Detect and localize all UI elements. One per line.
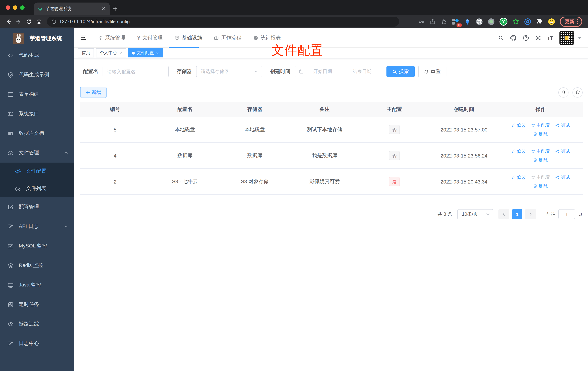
extension-gem-icon[interactable] [464,18,471,25]
nav-payment-management[interactable]: ¥ 支付管理 [137,34,163,41]
url-bar[interactable]: 127.0.0.1:1024/infra/file/file-config [47,16,399,27]
date-range-picker[interactable]: 开始日期 - 结束日期 [295,66,381,77]
cloud-upload-icon [15,186,21,192]
extension-tampermonkey-icon[interactable]: 11 [452,18,459,25]
tag-file-config[interactable]: 文件配置 [128,48,163,57]
extension-dot-icon[interactable] [488,18,495,25]
sidebar-item-log-center[interactable]: 日志中心 [0,334,74,353]
fullscreen-icon[interactable] [536,35,541,41]
tag-profile[interactable]: 个人中心 [96,48,126,57]
show-search-button[interactable] [558,87,568,97]
top-nav: 系统管理 ¥ 支付管理 基础设施 工作流程 [98,34,281,41]
master-config-button[interactable]: 主配置 [531,148,550,154]
sidebar-item-config-management[interactable]: 配置管理 [0,197,74,217]
search-icon[interactable] [498,35,504,41]
extensions-puzzle-icon[interactable] [536,18,543,25]
search-button[interactable]: 搜索 [387,66,415,77]
config-name-input[interactable] [103,66,169,77]
minimize-window-button[interactable] [13,5,17,10]
bookmark-star-icon[interactable] [441,18,447,25]
avatar-caret-icon[interactable] [578,37,581,39]
font-size-icon[interactable]: тT [547,35,553,41]
edit-button[interactable]: 修改 [511,122,526,128]
pencil-icon [511,123,516,127]
browser-tab[interactable]: 芋道管理系统 [34,2,110,15]
current-page-button[interactable]: 1 [512,209,522,219]
share-icon[interactable] [430,18,436,25]
sidebar-item-code-gen-demo[interactable]: 代码生成示例 [0,65,74,85]
page-size-select[interactable]: 10条/页 [457,209,493,219]
avatar[interactable] [559,31,574,45]
sidebar-item-mysql-monitor[interactable]: MySQL 监控 [0,236,74,256]
goto-page-input[interactable] [558,209,575,219]
test-button[interactable]: 测试 [555,122,570,128]
back-button[interactable] [4,16,14,27]
close-icon[interactable] [119,51,122,55]
sidebar-item-file-list[interactable]: 文件列表 [0,180,74,197]
display-icon [8,282,14,288]
reset-button[interactable]: 重置 [418,66,446,77]
edit-button[interactable]: 修改 [511,174,526,180]
test-button[interactable]: 测试 [555,174,570,180]
delete-button[interactable]: 删除 [533,157,548,163]
forward-button[interactable] [14,16,24,27]
tab-title: 芋道管理系统 [45,6,97,12]
prev-page-button[interactable] [498,209,509,219]
refresh-table-button[interactable] [572,87,583,97]
browser-menu-icon[interactable] [577,19,578,24]
pagination: 共 3 条 10条/页 1 [80,209,583,219]
sidebar-item-api-log[interactable]: API 日志 [0,217,74,236]
sidebar-item-system-api[interactable]: 系统接口 [0,104,74,124]
gauge-icon [253,35,258,40]
chevron-left-icon [502,212,506,216]
master-config-button[interactable]: 主配置 [531,122,550,128]
nav-system-management[interactable]: 系统管理 [98,34,125,41]
password-key-icon[interactable] [418,18,425,25]
zoom-window-button[interactable] [20,5,25,10]
home-button[interactable] [34,16,44,27]
table-tools [558,87,583,97]
delete-button[interactable]: 删除 [533,183,548,189]
sidebar-item-tracing[interactable]: 链路追踪 [0,314,74,334]
edit-button[interactable]: 修改 [511,148,526,154]
collapse-sidebar-icon[interactable] [79,33,87,42]
extension-eye-icon[interactable] [524,18,531,25]
close-window-button[interactable] [6,5,10,10]
app-logo[interactable]: 芋道管理系统 [0,31,74,45]
site-info-icon[interactable] [51,19,56,24]
toolbar-right: 11 Y 更新 [418,16,584,27]
delete-button[interactable]: 删除 [533,131,548,137]
reload-button[interactable] [24,16,34,27]
github-icon[interactable] [510,34,517,41]
sidebar-item-file-management[interactable]: 文件管理 [0,143,74,163]
sidebar-item-file-config[interactable]: 文件配置 [0,163,74,180]
sidebar-item-code-gen[interactable]: 代码生成 [0,45,74,65]
test-button[interactable]: 测试 [555,148,570,154]
sidebar-item-redis-monitor[interactable]: Redis 监控 [0,256,74,275]
extension-command-icon[interactable] [476,18,483,25]
extension-star-icon[interactable] [512,18,519,25]
storage-select[interactable]: 请选择存储器 [196,66,262,77]
app-frame: 芋道管理系统 代码生成 代码生成示例 表单构建 系统接口 数据库文档 [0,28,588,371]
extension-emoji-icon[interactable] [548,18,555,25]
sidebar-item-db-doc[interactable]: 数据库文档 [0,124,74,143]
sidebar-item-scheduled-jobs[interactable]: 定时任务 [0,295,74,314]
form-icon [8,91,14,97]
new-tab-button[interactable] [110,2,121,15]
next-page-button[interactable] [525,209,536,219]
extension-y-icon[interactable]: Y [500,18,507,25]
sidebar-item-java-monitor[interactable]: Java 监控 [0,275,74,295]
close-icon[interactable] [156,51,159,55]
nav-reports[interactable]: 统计报表 [253,34,281,41]
qr-center [565,36,569,40]
help-icon[interactable] [523,34,529,41]
tab-close-icon[interactable] [100,6,106,11]
chevron-up-icon [64,151,68,155]
nav-infrastructure[interactable]: 基础设施 [175,34,202,41]
browser-update-button[interactable]: 更新 [560,16,582,27]
master-tag: 是 [389,177,400,186]
nav-workflow[interactable]: 工作流程 [214,34,242,41]
sidebar-item-form-builder[interactable]: 表单构建 [0,85,74,104]
tag-home[interactable]: 首页 [78,48,94,57]
add-button[interactable]: 新增 [80,87,106,98]
